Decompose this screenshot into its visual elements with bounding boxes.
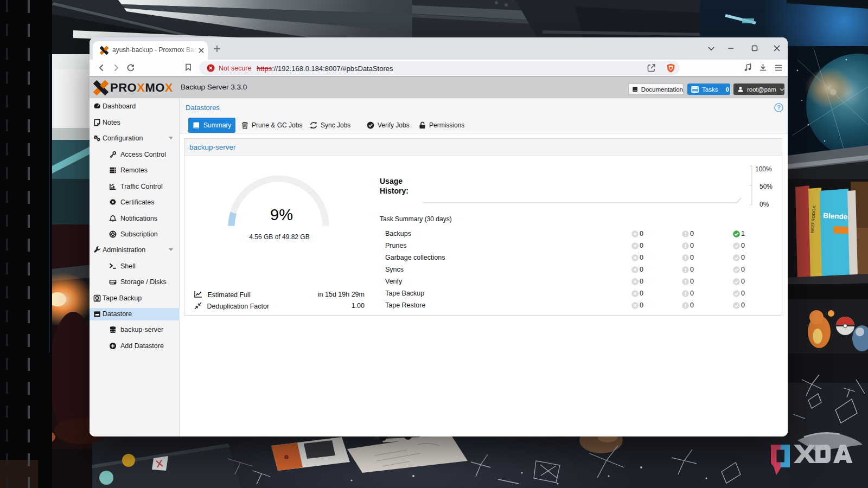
svg-text:50%: 50% [760,183,773,190]
svg-text:?: ? [777,104,781,111]
svg-text:Blender: Blender [823,211,851,221]
svg-text:0%: 0% [760,201,769,208]
svg-text:100%: 100% [755,165,772,173]
